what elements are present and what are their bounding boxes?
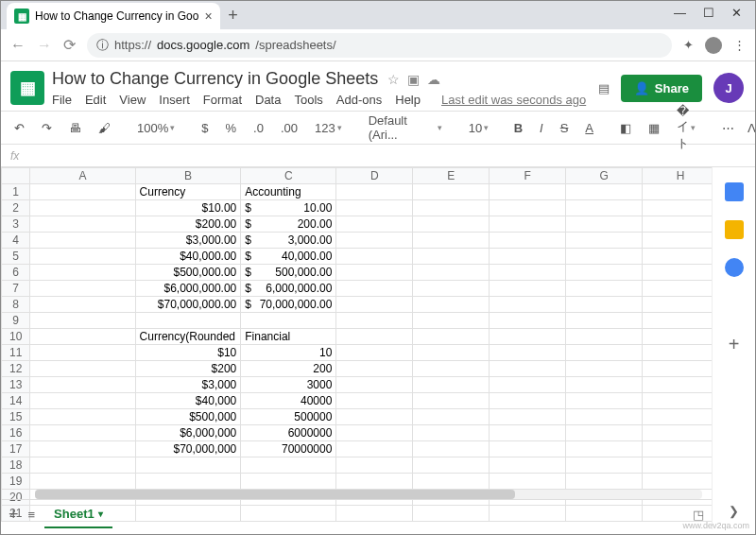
- cell[interactable]: [643, 377, 712, 393]
- keep-icon[interactable]: [725, 220, 744, 239]
- column-header[interactable]: G: [566, 168, 643, 184]
- cell[interactable]: 70000000: [241, 441, 336, 457]
- row-header[interactable]: 15: [2, 409, 30, 425]
- cell[interactable]: [490, 249, 566, 265]
- explore-button[interactable]: ◳: [693, 508, 704, 522]
- cell[interactable]: [566, 474, 643, 490]
- cell[interactable]: [490, 425, 566, 441]
- cell[interactable]: $70,000,000.00: [135, 297, 241, 313]
- strikethrough-button[interactable]: S: [557, 119, 573, 137]
- cell[interactable]: $3,000: [135, 377, 241, 393]
- table-row[interactable]: 4$3,000.00$3,000.00: [2, 233, 713, 249]
- cell[interactable]: [490, 441, 566, 457]
- cell[interactable]: [413, 216, 490, 233]
- column-header[interactable]: F: [490, 168, 566, 184]
- cell[interactable]: [241, 313, 336, 329]
- bold-button[interactable]: B: [510, 119, 526, 137]
- cell[interactable]: [413, 265, 490, 281]
- cell[interactable]: [490, 216, 566, 233]
- cell[interactable]: 3000: [241, 377, 336, 393]
- cell[interactable]: $40,000.00: [241, 249, 336, 265]
- cell[interactable]: [413, 361, 490, 377]
- cell[interactable]: $200.00: [241, 216, 336, 233]
- cell[interactable]: [336, 216, 413, 233]
- fill-color-icon[interactable]: ◧: [616, 119, 635, 137]
- cell[interactable]: [643, 345, 712, 361]
- cell[interactable]: $200.00: [135, 216, 241, 233]
- cell[interactable]: [490, 233, 566, 249]
- row-header[interactable]: 17: [2, 441, 30, 457]
- cell[interactable]: 10: [241, 345, 336, 361]
- add-sheet-button[interactable]: +: [9, 505, 19, 525]
- cell[interactable]: [490, 409, 566, 425]
- doc-title[interactable]: How to Change Currency in Google Sheets: [52, 69, 378, 89]
- back-icon[interactable]: ←: [10, 37, 26, 54]
- cell[interactable]: [30, 409, 135, 425]
- cell[interactable]: [643, 184, 712, 200]
- table-row[interactable]: 15$500,000500000: [2, 409, 713, 425]
- cell[interactable]: [336, 474, 413, 490]
- cell[interactable]: [490, 265, 566, 281]
- cell[interactable]: [336, 184, 413, 200]
- paint-format-icon[interactable]: 🖌: [94, 119, 114, 137]
- cell[interactable]: [643, 313, 712, 329]
- table-row[interactable]: 3$200.00$200.00: [2, 216, 713, 233]
- cell[interactable]: [643, 200, 712, 216]
- column-header[interactable]: C: [241, 168, 336, 184]
- share-button[interactable]: 👤 Share: [621, 75, 702, 102]
- cell[interactable]: [643, 474, 712, 490]
- cell[interactable]: [643, 233, 712, 249]
- row-header[interactable]: 16: [2, 425, 30, 441]
- cell[interactable]: [490, 361, 566, 377]
- cell[interactable]: Financial: [241, 329, 336, 345]
- column-header[interactable]: A: [30, 168, 135, 184]
- menu-format[interactable]: Format: [203, 93, 242, 107]
- cloud-icon[interactable]: ☁: [427, 72, 440, 87]
- row-header[interactable]: 14: [2, 393, 30, 409]
- row-header[interactable]: 13: [2, 377, 30, 393]
- cell[interactable]: [30, 233, 135, 249]
- cell[interactable]: [30, 377, 135, 393]
- cell[interactable]: [566, 393, 643, 409]
- cell[interactable]: [413, 345, 490, 361]
- cell[interactable]: [30, 345, 135, 361]
- star-icon[interactable]: ☆: [387, 72, 400, 87]
- cell[interactable]: [566, 409, 643, 425]
- cell[interactable]: [336, 265, 413, 281]
- move-icon[interactable]: ▣: [407, 72, 420, 87]
- cell[interactable]: [643, 393, 712, 409]
- table-row[interactable]: 9: [2, 313, 713, 329]
- cell[interactable]: [413, 297, 490, 313]
- format-currency[interactable]: $: [198, 119, 212, 137]
- cell[interactable]: 6000000: [241, 425, 336, 441]
- cell[interactable]: [566, 377, 643, 393]
- cell[interactable]: [413, 184, 490, 200]
- cell[interactable]: [490, 313, 566, 329]
- cell[interactable]: [241, 474, 336, 490]
- maximize-icon[interactable]: ☐: [703, 6, 714, 20]
- cell[interactable]: [336, 457, 413, 474]
- select-all-corner[interactable]: [2, 168, 30, 184]
- cell[interactable]: $6,000,000: [135, 425, 241, 441]
- cell[interactable]: [643, 457, 712, 474]
- cell[interactable]: $500,000.00: [135, 265, 241, 281]
- cell[interactable]: [566, 216, 643, 233]
- decrease-decimal[interactable]: .0: [249, 119, 267, 137]
- row-header[interactable]: 8: [2, 297, 30, 313]
- reload-icon[interactable]: ⟳: [63, 36, 76, 54]
- redo-icon[interactable]: ↷: [38, 119, 56, 137]
- table-row[interactable]: 1CurrencyAccounting: [2, 184, 713, 200]
- cell[interactable]: [336, 409, 413, 425]
- row-header[interactable]: 6: [2, 265, 30, 281]
- row-header[interactable]: 19: [2, 474, 30, 490]
- row-header[interactable]: 2: [2, 200, 30, 216]
- table-row[interactable]: 8$70,000,000.00$70,000,000.00: [2, 297, 713, 313]
- cell[interactable]: 40000: [241, 393, 336, 409]
- extensions-icon[interactable]: ✦: [683, 38, 694, 52]
- cell[interactable]: [30, 474, 135, 490]
- cell[interactable]: [336, 281, 413, 297]
- url-input[interactable]: ⓘ https://docs.google.com/spreadsheets/: [87, 33, 672, 58]
- cell[interactable]: [336, 345, 413, 361]
- cell[interactable]: [336, 313, 413, 329]
- cell[interactable]: [413, 233, 490, 249]
